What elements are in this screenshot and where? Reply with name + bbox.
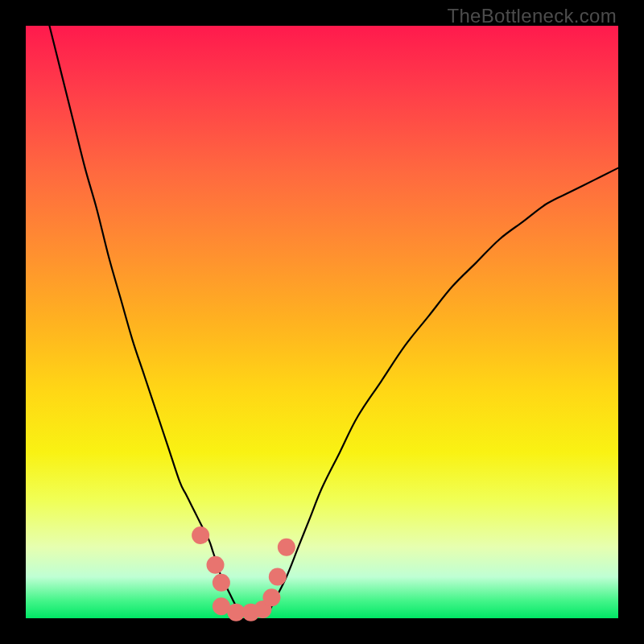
chart-plot-area xyxy=(26,26,618,618)
watermark-text: TheBottleneck.com xyxy=(447,5,617,27)
marker-dot xyxy=(278,539,295,556)
marker-dot xyxy=(207,556,225,574)
series-lines xyxy=(49,26,618,613)
marker-dot xyxy=(213,574,230,592)
series-left-curve xyxy=(49,26,239,613)
series-markers xyxy=(192,526,295,621)
marker-dot xyxy=(262,588,280,606)
chart-svg xyxy=(26,26,618,618)
chart-frame: TheBottleneck.com xyxy=(0,0,644,644)
series-right-curve xyxy=(269,168,618,613)
marker-dot xyxy=(192,526,209,544)
marker-dot xyxy=(269,568,287,585)
